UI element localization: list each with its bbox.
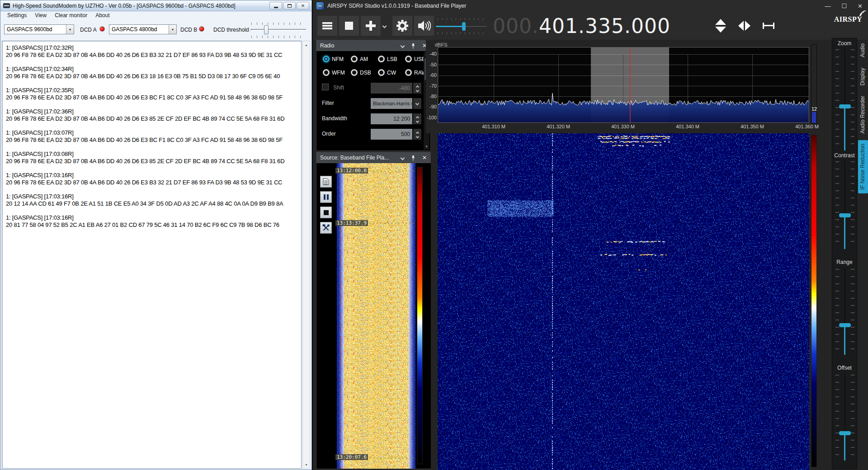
- minimize-button[interactable]: [269, 2, 282, 9]
- step-down-icon[interactable]: [715, 27, 726, 33]
- sdr-close-button[interactable]: ✕: [858, 3, 863, 9]
- zoom-slider[interactable]: [832, 48, 858, 150]
- tab-if-noise-reduction[interactable]: IF Noise Reduction: [858, 140, 868, 193]
- stop-icon: [324, 210, 329, 215]
- step-up-icon[interactable]: [715, 19, 726, 25]
- modem-b-select[interactable]: GASPACS 4800bd ▼: [109, 24, 177, 34]
- scroll-up-icon[interactable]: ▲: [303, 41, 310, 48]
- mode-cw[interactable]: CW: [378, 69, 396, 76]
- volume-thumb[interactable]: [462, 22, 466, 31]
- slider-track[interactable]: [844, 268, 845, 355]
- shift-checkbox[interactable]: [322, 84, 329, 90]
- slider-thumb[interactable]: [839, 431, 851, 435]
- collapse-panel-icon[interactable]: [400, 155, 405, 160]
- modem-a-dropdown-arrow-icon[interactable]: ▼: [66, 25, 74, 34]
- range-slider[interactable]: [832, 268, 858, 355]
- frequency-shift-buttons[interactable]: [734, 16, 754, 35]
- stop-button[interactable]: [339, 16, 359, 36]
- menu-clear-monitor[interactable]: Clear monitor: [51, 12, 91, 19]
- shift-left-icon[interactable]: [738, 21, 744, 31]
- mode-lsb[interactable]: LSB: [378, 56, 397, 62]
- maximize-button[interactable]: [283, 2, 296, 9]
- packet-monitor[interactable]: 1: [GASPACS] [17:02:32R]20 96 F8 78 6E E…: [2, 41, 302, 469]
- pin-icon[interactable]: [411, 43, 415, 49]
- volume-ticks-top: [438, 18, 487, 20]
- scroll-down-icon[interactable]: ▼: [303, 461, 310, 468]
- monitor-scrollbar[interactable]: ▲ ▼: [302, 41, 310, 469]
- frequency-stepper[interactable]: [711, 16, 731, 35]
- shift-right-icon[interactable]: [745, 21, 750, 31]
- source-panel-header[interactable]: Source: Baseband File Pla... ✕: [316, 152, 430, 163]
- close-button[interactable]: ✕: [297, 2, 309, 9]
- tab-display[interactable]: Display: [858, 64, 868, 89]
- dcd-b-label: DCD B: [180, 27, 197, 33]
- mode-usb[interactable]: USB: [405, 56, 425, 62]
- close-panel-icon[interactable]: ✕: [422, 155, 427, 161]
- modem-a-value: GASPACS 9600bd: [5, 26, 66, 33]
- threshold-ticks-top: [251, 23, 306, 25]
- collapse-panel-icon[interactable]: [400, 43, 405, 48]
- radio-panel-header[interactable]: Radio ✕: [316, 40, 430, 51]
- source-color-legend: [417, 167, 423, 464]
- soundmodem-window-title: High-Speed SoundModem by UZ7HO - Ver 0.0…: [13, 3, 235, 9]
- file-player-waterfall[interactable]: [317, 163, 431, 469]
- contrast-slider[interactable]: [832, 160, 858, 249]
- soundmodem-menubar: Settings View Clear monitor About: [0, 12, 311, 19]
- threshold-track[interactable]: [250, 29, 307, 31]
- modem-a-select[interactable]: GASPACS 9600bd ▼: [4, 24, 74, 34]
- menu-view[interactable]: View: [31, 12, 51, 19]
- bandwidth-spinner[interactable]: [413, 113, 421, 124]
- slider-ticks: [835, 269, 839, 354]
- slider-track[interactable]: [844, 48, 845, 150]
- file-open-button[interactable]: [320, 176, 332, 188]
- center-to-band-button[interactable]: [760, 18, 778, 33]
- snr-meter: 12: [811, 44, 817, 124]
- threshold-thumb[interactable]: [264, 25, 269, 34]
- soundmodem-titlebar[interactable]: High-Speed SoundModem by UZ7HO - Ver 0.0…: [0, 0, 311, 11]
- bandwidth-input[interactable]: 12 200: [371, 113, 412, 124]
- sdrsharp-titlebar[interactable]: AIRSPY SDR# Studio v1.0.0.1919 - Baseban…: [313, 0, 868, 12]
- shift-spinner[interactable]: [413, 83, 421, 94]
- offset-slider[interactable]: [832, 374, 858, 461]
- menu-settings[interactable]: Settings: [3, 12, 31, 19]
- volume-track-fill: [436, 26, 464, 27]
- sdr-maximize-button[interactable]: ☐: [841, 3, 847, 9]
- filter-select[interactable]: Blackman-Harris 4: [371, 98, 412, 109]
- display-slider-panel: Zoom Contrast Range Offset: [832, 38, 857, 469]
- audio-mute-button[interactable]: [414, 16, 434, 36]
- plugin-dropdown-button[interactable]: [383, 24, 386, 28]
- slider-track[interactable]: [844, 374, 845, 461]
- slider-thumb[interactable]: [839, 104, 851, 108]
- settings-button[interactable]: [392, 16, 412, 36]
- config-button[interactable]: [320, 222, 332, 234]
- spectrum-canvas[interactable]: [438, 47, 809, 123]
- sdr-minimize-button[interactable]: —: [825, 3, 830, 9]
- modem-b-dropdown-arrow-icon[interactable]: ▼: [169, 25, 176, 34]
- mode-nfm[interactable]: NFM: [323, 56, 344, 62]
- tab-audio[interactable]: Audio: [858, 40, 868, 61]
- slider-track[interactable]: [844, 160, 845, 249]
- order-input[interactable]: 500: [371, 129, 412, 140]
- menu-button[interactable]: [317, 16, 337, 36]
- dcd-threshold-slider[interactable]: [250, 21, 307, 38]
- sidebar-tabstrip: Audio Display Audio Recorder IF Noise Re…: [858, 40, 868, 194]
- add-plugin-button[interactable]: [361, 16, 381, 36]
- frequency-display[interactable]: 000.401.335.000: [493, 12, 670, 40]
- mode-wfm[interactable]: WFM: [323, 69, 345, 76]
- player-stop-button[interactable]: [320, 207, 332, 218]
- shift-input[interactable]: -480: [371, 83, 412, 94]
- volume-slider[interactable]: [436, 18, 489, 34]
- mode-am[interactable]: AM: [351, 56, 368, 62]
- menu-about[interactable]: About: [91, 12, 113, 19]
- slider-thumb[interactable]: [839, 213, 851, 217]
- slider-thumb[interactable]: [839, 323, 851, 327]
- pause-button[interactable]: [320, 191, 332, 203]
- filter-dropdown-button[interactable]: [413, 98, 421, 109]
- mode-dsb[interactable]: DSB: [351, 69, 371, 76]
- waterfall-display[interactable]: [438, 133, 809, 470]
- scroll-down-icon[interactable]: ▼: [425, 144, 429, 150]
- volume-track: [464, 26, 486, 27]
- tab-audio-recorder[interactable]: Audio Recorder: [858, 92, 868, 137]
- order-spinner[interactable]: [413, 129, 421, 140]
- pin-icon[interactable]: [411, 155, 415, 161]
